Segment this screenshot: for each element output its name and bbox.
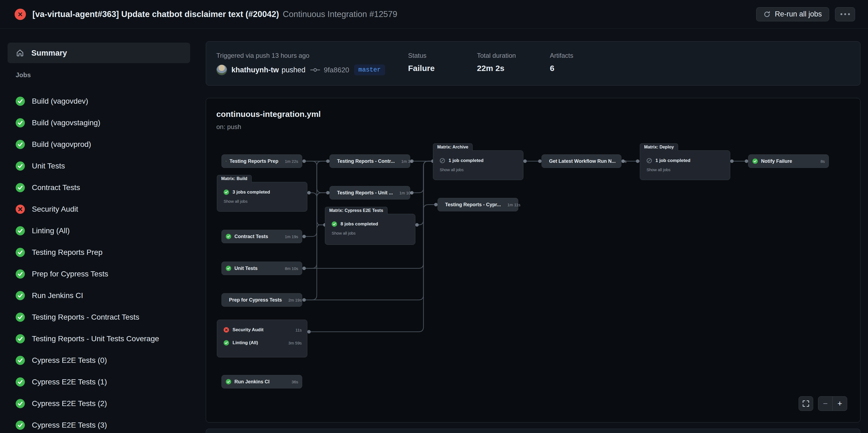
sidebar-job-label: Testing Reports Prep — [32, 248, 102, 257]
actor-login[interactable]: khathuynh-tw — [231, 66, 279, 74]
node-duration: 1m 3s — [398, 159, 412, 164]
branch-badge[interactable]: master — [354, 65, 385, 75]
workflow-node-run-jenkins-ci[interactable]: Run Jenkins CI36s — [221, 375, 302, 389]
sidebar-job-label: Build (vagovstaging) — [32, 119, 100, 127]
zoom-out-button[interactable]: − — [818, 397, 833, 410]
check-circle-icon — [16, 334, 25, 343]
sidebar-job-item[interactable]: Build (vagovprod) — [7, 134, 190, 155]
workflow-group-matrix-cypress[interactable]: 8 jobs completedShow all jobs — [325, 214, 415, 245]
sidebar-job-item[interactable]: Build (vagovstaging) — [7, 112, 190, 134]
show-all-jobs-link[interactable]: Show all jobs — [440, 167, 518, 172]
artifacts-label: Artifacts — [550, 52, 574, 59]
sidebar-job-item[interactable]: Prep for Cypress Tests — [7, 263, 190, 285]
sidebar-job-item[interactable]: Cypress E2E Tests (1) — [7, 371, 190, 393]
edge-port-dot — [523, 160, 527, 163]
skipped-icon — [647, 158, 652, 163]
sidebar-job-item[interactable]: Testing Reports Prep — [7, 242, 190, 263]
group-job-label: 1 job completed — [448, 158, 484, 163]
node-label: Contract Tests — [235, 234, 268, 239]
status-value: Failure — [408, 64, 435, 73]
sidebar-job-item[interactable]: Testing Reports - Contract Tests — [7, 306, 190, 328]
skipped-icon — [440, 158, 445, 163]
run-info-card: Triggered via push 13 hours ago khathuyn… — [206, 41, 861, 86]
workflow-node-notify-failure[interactable]: Notify Failure8s — [748, 155, 829, 168]
edge-port-dot — [307, 191, 311, 195]
zoom-in-button[interactable]: + — [833, 397, 847, 410]
workflow-group-matrix-archive[interactable]: 1 job completedShow all jobs — [433, 151, 523, 180]
check-circle-icon — [224, 190, 229, 195]
sidebar-item-summary[interactable]: Summary — [7, 43, 190, 63]
check-circle-icon — [16, 399, 25, 408]
sidebar-job-item[interactable]: Cypress E2E Tests (3) — [7, 414, 190, 433]
check-circle-icon — [226, 159, 226, 164]
show-all-jobs-link[interactable]: Show all jobs — [647, 167, 724, 172]
sidebar-job-item[interactable]: Unit Tests — [7, 155, 190, 177]
check-circle-icon — [752, 159, 758, 164]
workflow-group-matrix-deploy[interactable]: 1 job completedShow all jobs — [640, 151, 730, 180]
group-job-row[interactable]: 1 job completed — [440, 157, 518, 164]
sidebar-job-item[interactable]: Testing Reports - Unit Tests Coverage — [7, 328, 190, 349]
matrix-group-label: Matrix: Archive — [437, 145, 468, 149]
workflow-node-get-latest-run[interactable]: Get Latest Workflow Run N...0s — [541, 155, 621, 168]
sidebar-job-item[interactable]: Build (vagovdev) — [7, 91, 190, 112]
edge-port-dot — [326, 160, 330, 163]
workflow-node-testing-reports-prep[interactable]: Testing Reports Prep1m 22s — [221, 155, 302, 168]
node-duration: 1m 10s — [396, 191, 413, 195]
workflow-node-prep-for-cypress[interactable]: Prep for Cypress Tests2m 19s — [221, 293, 302, 307]
commit-icon — [310, 67, 320, 73]
x-glyph — [17, 11, 23, 17]
workflow-group-security-linting[interactable]: Security Audit11s Linting (All)3m 59s — [217, 320, 307, 358]
dependency-edge — [412, 161, 433, 193]
workflow-node-tr-cypress[interactable]: Testing Reports - Cypr...1m 11s — [437, 198, 518, 211]
edge-port-dot — [307, 330, 311, 334]
commit-sha[interactable]: 9fa8620 — [324, 66, 349, 74]
sidebar-job-item[interactable]: Cypress E2E Tests (0) — [7, 349, 190, 371]
group-job-row[interactable]: Linting (All)3m 59s — [224, 339, 302, 346]
workflow-node-unit-tests[interactable]: Unit Tests8m 10s — [221, 262, 302, 275]
group-job-row[interactable]: 8 jobs completed — [332, 221, 410, 228]
sidebar-job-item[interactable]: Cypress E2E Tests (2) — [7, 393, 190, 414]
run-options-button[interactable] — [835, 7, 855, 21]
node-label: Testing Reports Prep — [229, 159, 278, 164]
group-job-row[interactable]: 3 jobs completed — [224, 189, 302, 196]
check-circle-icon — [16, 118, 25, 127]
show-all-jobs-link[interactable]: Show all jobs — [332, 231, 410, 235]
workflow-node-contract-tests[interactable]: Contract Tests1m 19s — [221, 230, 302, 243]
sidebar-job-item[interactable]: Security Audit — [7, 198, 190, 220]
workflow-node-tr-contract[interactable]: Testing Reports - Contr...1m 3s — [330, 155, 410, 168]
sync-icon — [764, 11, 771, 18]
rerun-all-jobs-button[interactable]: Re-run all jobs — [756, 7, 829, 21]
workflow-group-matrix-build[interactable]: 3 jobs completedShow all jobs — [217, 182, 307, 212]
matrix-group-tab: Matrix: Build — [217, 175, 252, 182]
check-circle-icon — [226, 234, 231, 239]
workflow-node-tr-unit[interactable]: Testing Reports - Unit ...1m 10s — [330, 186, 410, 199]
check-circle-icon — [226, 379, 231, 385]
check-circle-icon — [224, 340, 229, 345]
graph-controls: − + — [799, 396, 847, 411]
fit-to-screen-button[interactable] — [799, 396, 813, 411]
show-all-jobs-link[interactable]: Show all jobs — [224, 199, 302, 204]
sidebar-job-item[interactable]: Contract Tests — [7, 177, 190, 198]
workflow-graph-card: continuous-integration.yml on: push Test… — [206, 98, 861, 423]
edge-port-dot — [326, 191, 330, 195]
pushed-row: khathuynh-tw pushed 9fa8620 master — [216, 64, 385, 76]
dependency-edge — [417, 205, 436, 225]
check-circle-icon — [332, 221, 337, 227]
edge-port-dot — [434, 203, 438, 206]
node-label: Testing Reports - Unit ... — [337, 190, 393, 196]
rerun-all-jobs-label: Re-run all jobs — [775, 10, 822, 19]
sidebar-job-item[interactable]: Run Jenkins CI — [7, 285, 190, 306]
group-job-duration: 11s — [296, 328, 302, 332]
group-job-row[interactable]: Security Audit11s — [224, 326, 302, 333]
run-subtitle: Continuous Integration #12579 — [283, 9, 397, 19]
group-job-row[interactable]: 1 job completed — [647, 157, 724, 164]
edge-port-dot — [303, 298, 306, 302]
group-job-label: Linting (All) — [232, 340, 258, 345]
sidebar-job-item[interactable]: Linting (All) — [7, 220, 190, 242]
node-duration: 36s — [288, 379, 298, 384]
avatar[interactable] — [216, 65, 227, 75]
jobs-section-label: Jobs — [16, 71, 31, 79]
run-header: [va-virtual-agent#363] Update chatbot di… — [0, 0, 868, 29]
fit-screen-icon — [802, 400, 809, 407]
node-duration: 2m 19s — [285, 298, 302, 302]
